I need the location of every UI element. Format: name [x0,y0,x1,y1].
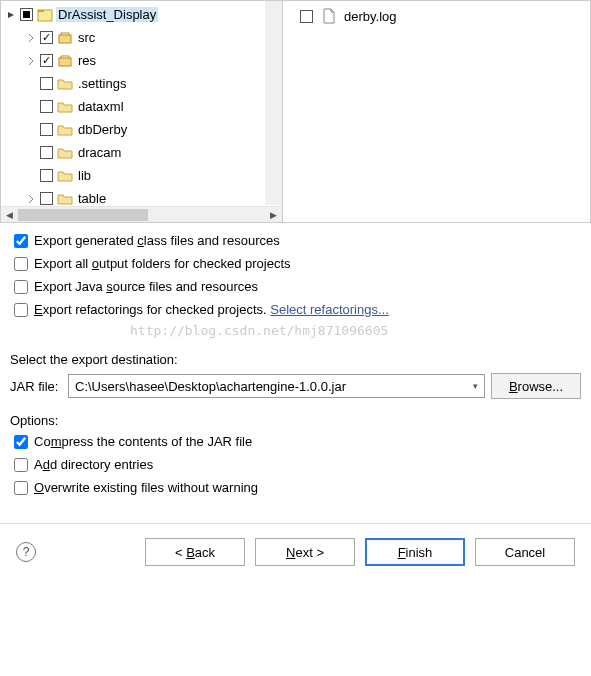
folder-icon [57,145,73,161]
help-icon[interactable]: ? [16,542,36,562]
chevron-down-icon[interactable]: ▾ [466,375,484,397]
tree-checkbox[interactable] [40,54,53,67]
file-list-panel: derby.log [283,0,591,223]
tree-checkbox[interactable] [40,31,53,44]
tree-row[interactable]: res [1,49,282,72]
tree-row[interactable]: dbDerby [1,118,282,141]
export-output-checkbox[interactable] [14,257,28,271]
compress-row[interactable]: Compress the contents of the JAR file [14,430,581,453]
export-output-row[interactable]: Export all output folders for checked pr… [14,252,581,275]
browse-button[interactable]: Browse... [491,373,581,399]
checkbox-label: Overwrite existing files without warning [34,480,258,495]
folder-icon [57,122,73,138]
tree-label: lib [76,168,93,183]
tree-row[interactable]: .settings [1,72,282,95]
tree-label: dbDerby [76,122,129,137]
svg-rect-2 [59,35,71,43]
file-row[interactable]: derby.log [287,5,586,27]
tree-row[interactable]: lib [1,164,282,187]
export-generated-row[interactable]: Export generated class files and resourc… [14,229,581,252]
jar-file-label: JAR file: [10,379,62,394]
package-icon [57,53,73,69]
tree-checkbox[interactable] [40,77,53,90]
add-directory-row[interactable]: Add directory entries [14,453,581,476]
tree-checkbox[interactable] [40,100,53,113]
compress-checkbox[interactable] [14,435,28,449]
checkbox-label: Export refactorings for checked projects… [34,302,389,317]
svg-rect-1 [38,10,44,12]
overwrite-checkbox[interactable] [14,481,28,495]
file-checkbox[interactable] [300,10,313,23]
checkbox-label: Export generated class files and resourc… [34,233,280,248]
back-button[interactable]: < Back [145,538,245,566]
tree-label: .settings [76,76,128,91]
expand-toggle-icon[interactable] [5,9,17,21]
folder-icon [57,99,73,115]
export-generated-checkbox[interactable] [14,234,28,248]
tree-row[interactable]: src [1,26,282,49]
expand-toggle-icon[interactable] [25,32,37,44]
package-icon [57,30,73,46]
horizontal-scrollbar[interactable]: ◀ ▶ [1,206,282,223]
tree-label: table [76,191,108,206]
checkbox-label: Compress the contents of the JAR file [34,434,252,449]
finish-button[interactable]: Finish [365,538,465,566]
expand-toggle-icon[interactable] [25,193,37,205]
folder-icon [57,191,73,207]
project-icon [37,7,53,23]
tree-row[interactable]: table [1,187,282,206]
checkbox-label: Export Java source files and resources [34,279,258,294]
select-refactorings-link[interactable]: Select refactorings... [270,302,389,317]
checkbox-label: Export all output folders for checked pr… [34,256,291,271]
tree-row[interactable]: dracam [1,141,282,164]
expand-toggle-icon[interactable] [25,55,37,67]
next-button[interactable]: Next > [255,538,355,566]
scroll-left-icon[interactable]: ◀ [1,207,18,224]
file-icon [321,8,337,24]
jar-file-combo[interactable]: ▾ [68,374,485,398]
tree-checkbox[interactable] [40,123,53,136]
export-source-row[interactable]: Export Java source files and resources [14,275,581,298]
tree-label: dataxml [76,99,126,114]
destination-label: Select the export destination: [0,338,591,373]
folder-icon [57,76,73,92]
tree-checkbox[interactable] [40,169,53,182]
checkbox-label: Add directory entries [34,457,153,472]
tree-row[interactable]: dataxml [1,95,282,118]
tree-checkbox[interactable] [40,146,53,159]
watermark-text: http://blog.csdn.net/hmj871096605 [0,323,591,338]
cancel-button[interactable]: Cancel [475,538,575,566]
tree-label: DrAssist_Display [56,7,158,22]
tree-label: res [76,53,98,68]
folder-icon [57,168,73,184]
tree-label: dracam [76,145,123,160]
file-label: derby.log [344,9,397,24]
export-refactorings-row[interactable]: Export refactorings for checked projects… [14,298,581,321]
add-directory-checkbox[interactable] [14,458,28,472]
export-source-checkbox[interactable] [14,280,28,294]
tree-root-row[interactable]: DrAssist_Display [1,3,282,26]
tree-checkbox[interactable] [20,8,33,21]
tree-label: src [76,30,97,45]
overwrite-row[interactable]: Overwrite existing files without warning [14,476,581,499]
resource-tree-panel: DrAssist_Display src res .settings [0,0,283,223]
scroll-right-icon[interactable]: ▶ [265,207,282,224]
tree-checkbox[interactable] [40,192,53,205]
resource-tree[interactable]: DrAssist_Display src res .settings [1,1,282,206]
vertical-scrollbar[interactable] [265,1,282,205]
svg-rect-3 [59,58,71,66]
options-heading: Options: [0,409,591,430]
export-refactorings-checkbox[interactable] [14,303,28,317]
jar-file-input[interactable] [69,375,466,397]
